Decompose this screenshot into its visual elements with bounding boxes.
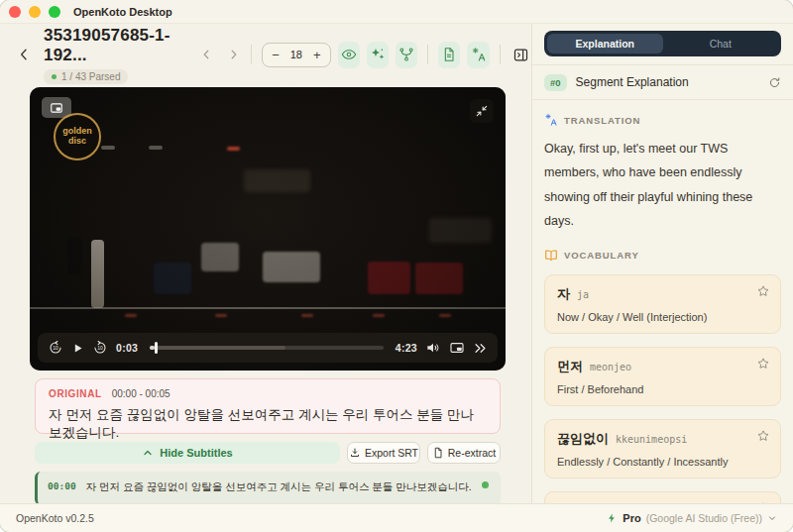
next-segment-button[interactable] [227, 48, 241, 61]
segment-badge: #0 [544, 74, 567, 91]
collapse-video-button[interactable] [470, 99, 494, 123]
status-bar: OpenKoto v0.2.5 Pro (Google AI Studio (F… [0, 503, 793, 532]
star-icon [756, 429, 770, 443]
tab-explanation[interactable]: Explanation [547, 34, 663, 53]
translate-icon [471, 47, 487, 62]
font-size-value: 18 [290, 49, 302, 60]
export-srt-label: Export SRT [365, 447, 418, 459]
eye-icon [341, 47, 357, 62]
original-text: 자 먼저 요즘 끊임없이 앙탈을 선보여주고 계시는 우리 투어스 분들 만나보… [49, 406, 487, 442]
vocab-definition: Endlessly / Constantly / Incessantly [557, 456, 768, 468]
skip-forward-button[interactable]: 10 [92, 340, 108, 356]
translate-icon [544, 113, 558, 127]
plan-provider: (Google AI Studio (Free)) [646, 512, 762, 524]
svg-text:10: 10 [53, 345, 58, 351]
back-button[interactable] [16, 47, 32, 62]
transcript-button[interactable] [438, 42, 460, 68]
minimize-button[interactable] [29, 6, 41, 18]
toggle-panel-button[interactable] [510, 42, 531, 67]
progress-bar[interactable] [150, 346, 384, 350]
plan-selector[interactable]: Pro (Google AI Studio (Free)) [607, 512, 777, 524]
bolt-icon [607, 512, 618, 524]
video-vignette [30, 87, 506, 371]
translation-text: Okay, first up, let's meet our TWS membe… [544, 137, 781, 234]
ai-explain-button[interactable] [367, 42, 389, 68]
chevron-up-icon [142, 447, 154, 459]
progress-handle[interactable] [155, 342, 158, 354]
video-surface[interactable] [30, 87, 506, 371]
prev-segment-button[interactable] [199, 48, 213, 61]
translation-header-label: TRANSLATION [564, 115, 640, 126]
hide-subtitles-label: Hide Subtitles [160, 447, 232, 459]
toolbar-divider [500, 45, 501, 64]
visibility-button[interactable] [338, 42, 360, 68]
golden-disc-logo: golden disc [54, 113, 101, 160]
close-button[interactable] [9, 6, 21, 18]
video-player: golden disc 10 10 0:03 4:23 [30, 87, 506, 371]
original-subtitle-box: ORIGINAL 00:00 - 00:05 자 먼저 요즘 끊임없이 앙탈을 … [35, 378, 501, 434]
panel-tabbar: Explanation Chat [544, 31, 781, 56]
parsed-dot-icon [52, 74, 57, 79]
refresh-button[interactable] [768, 76, 781, 89]
font-size-decrease-button[interactable]: − [272, 49, 280, 61]
speed-button[interactable] [473, 341, 488, 356]
vocab-card[interactable]: 끊임없이 kkeunimeopsi Endlessly / Constantly… [544, 419, 781, 479]
buffered-bar [150, 346, 285, 350]
picture-in-picture-icon [49, 101, 64, 115]
segment-header-row: #0 Segment Explanation [532, 65, 793, 99]
svg-text:10: 10 [97, 345, 103, 351]
toolbar-divider [251, 45, 252, 64]
star-button[interactable] [756, 284, 770, 298]
star-button[interactable] [756, 429, 770, 443]
play-button[interactable] [71, 342, 84, 355]
subtitle-list-item[interactable]: 00:00 자 먼저 요즘 끊임없이 앙탈을 선보여주고 계시는 우리 투어스 … [35, 472, 501, 505]
reextract-button[interactable]: Re-extract [427, 442, 501, 464]
skip-back-10-icon: 10 [48, 340, 63, 356]
app-window: OpenKoto Desktop 35319057685-1-192... 1 … [0, 0, 793, 532]
vocab-word: 자 [557, 285, 570, 303]
maximize-button[interactable] [49, 6, 60, 18]
hide-subtitles-button[interactable]: Hide Subtitles [35, 442, 340, 464]
chevron-right-icon [233, 51, 237, 58]
refresh-icon [768, 76, 781, 89]
fork-icon [398, 47, 414, 62]
parsed-badge-label: 1 / 43 Parsed [61, 71, 120, 82]
original-time-range: 00:00 - 00:05 [112, 388, 170, 399]
sparkles-icon [370, 47, 386, 62]
vocab-card[interactable]: 앙탈 angtal Playful whining / Grumbling / … [544, 491, 781, 504]
vocab-definition: First / Beforehand [557, 383, 768, 395]
export-srt-button[interactable]: Export SRT [347, 442, 420, 464]
panel-content: TRANSLATION Okay, first up, let's meet o… [532, 100, 793, 503]
skip-back-button[interactable]: 10 [48, 340, 63, 356]
star-icon [756, 284, 770, 298]
star-button[interactable] [756, 357, 770, 371]
duration: 4:23 [396, 342, 417, 354]
vocab-card[interactable]: 자 ja Now / Okay / Well (Interjection) [544, 274, 781, 334]
subtitle-controls: Hide Subtitles Export SRT Re-extract [35, 442, 501, 464]
tab-chat[interactable]: Chat [663, 34, 779, 53]
star-icon [756, 357, 770, 371]
vocab-card[interactable]: 먼저 meonjeo First / Beforehand [544, 347, 781, 406]
subtitle-time: 00:00 [48, 480, 76, 491]
vocab-romanization: meonjeo [590, 362, 631, 372]
current-time: 0:03 [116, 342, 138, 354]
version-label: OpenKoto v0.2.5 [16, 512, 94, 524]
vocab-romanization: ja [577, 289, 589, 300]
display-button[interactable] [449, 340, 465, 356]
subtitle-text: 자 먼저 요즘 끊임없이 앙탈을 선보여주고 계시는 우리 투어스 분들 만나보… [86, 480, 482, 494]
logo-text: disc [68, 137, 86, 147]
font-size-increase-button[interactable]: + [313, 49, 321, 61]
document-icon [441, 47, 457, 62]
plan-name: Pro [623, 512, 640, 524]
translate-button[interactable] [467, 42, 489, 68]
font-size-stepper: − 18 + [262, 43, 330, 67]
download-icon [349, 447, 361, 459]
collapse-icon [475, 104, 489, 118]
branch-button[interactable] [396, 42, 417, 68]
original-label: ORIGINAL [49, 388, 102, 399]
play-icon [71, 342, 84, 355]
parsed-badge: 1 / 43 Parsed [44, 69, 128, 84]
screen-icon [449, 340, 465, 356]
video-title: 35319057685-1-192... [44, 26, 183, 65]
volume-button[interactable] [425, 340, 441, 356]
